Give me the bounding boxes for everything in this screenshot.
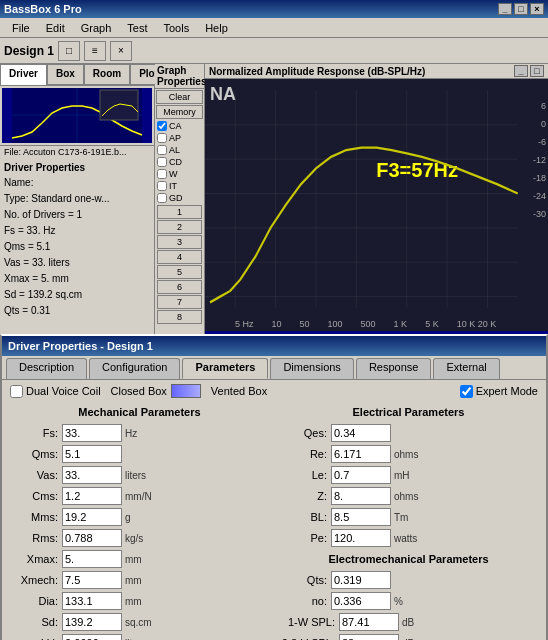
checkbox-gd[interactable] — [157, 193, 167, 203]
param-rms: Rms: kg/s — [10, 529, 269, 547]
param-vas-input[interactable] — [62, 466, 122, 484]
param-re-input[interactable] — [331, 445, 391, 463]
param-re: Re: ohms — [279, 445, 538, 463]
closed-box-color[interactable] — [171, 384, 201, 398]
param-le-input[interactable] — [331, 466, 391, 484]
label-4[interactable]: 4 — [157, 250, 202, 264]
param-1wspl-input[interactable] — [339, 613, 399, 631]
app-title: BassBox 6 Pro — [4, 3, 82, 15]
param-no-input[interactable] — [331, 592, 391, 610]
param-z-unit: ohms — [394, 491, 434, 502]
toolbar-btn-1[interactable]: □ — [58, 41, 80, 61]
toolbar-btn-3[interactable]: × — [110, 41, 132, 61]
check-ca: CA — [155, 120, 204, 132]
param-mms-input[interactable] — [62, 508, 122, 526]
param-rms-input[interactable] — [62, 529, 122, 547]
param-pe-input[interactable] — [331, 529, 391, 547]
param-dia-input[interactable] — [62, 592, 122, 610]
driver-props-title: Driver Properties — [4, 162, 150, 173]
toolbar-btn-2[interactable]: ≡ — [84, 41, 106, 61]
param-cms-unit: mm/N — [125, 491, 165, 502]
param-cms-input[interactable] — [62, 487, 122, 505]
param-bl-input[interactable] — [331, 508, 391, 526]
param-28vspl-input[interactable] — [339, 634, 399, 640]
param-xmax-unit: mm — [125, 554, 165, 565]
param-xmax: Xmax: mm — [10, 550, 269, 568]
maximize-button[interactable]: □ — [514, 3, 528, 15]
tab-external[interactable]: External — [433, 358, 499, 379]
label-8[interactable]: 8 — [157, 310, 202, 324]
tab-parameters[interactable]: Parameters — [182, 358, 268, 379]
checkbox-cd[interactable] — [157, 157, 167, 167]
minimize-button[interactable]: _ — [498, 3, 512, 15]
param-xmech-input[interactable] — [62, 571, 122, 589]
param-fs-input[interactable] — [62, 424, 122, 442]
prop-qms: Qms = 5.1 — [4, 239, 150, 255]
menu-help[interactable]: Help — [197, 20, 236, 36]
param-le: Le: mH — [279, 466, 538, 484]
graph-inner: 6 0 -6 -12 -18 -24 -30 NA F3=57Hz — [205, 79, 548, 331]
param-rms-unit: kg/s — [125, 533, 165, 544]
checkbox-al[interactable] — [157, 145, 167, 155]
label-3[interactable]: 3 — [157, 235, 202, 249]
tab-room[interactable]: Room — [84, 64, 130, 85]
graph-minimize[interactable]: _ — [514, 65, 528, 77]
param-z-input[interactable] — [331, 487, 391, 505]
param-bl-label: BL: — [279, 511, 331, 523]
tab-description[interactable]: Description — [6, 358, 87, 379]
graph-maximize[interactable]: □ — [530, 65, 544, 77]
param-fs: Fs: Hz — [10, 424, 269, 442]
tab-driver[interactable]: Driver — [0, 64, 47, 85]
expert-mode-checkbox[interactable] — [460, 385, 473, 398]
graph-props-title: Graph Properties × — [155, 64, 204, 89]
file-label: File: Accuton C173-6-191E.b... — [0, 145, 154, 158]
menu-test[interactable]: Test — [119, 20, 155, 36]
menu-edit[interactable]: Edit — [38, 20, 73, 36]
checkbox-w[interactable] — [157, 169, 167, 179]
label-1[interactable]: 1 — [157, 205, 202, 219]
check-ap: AP — [155, 132, 204, 144]
memory-button[interactable]: Memory — [156, 105, 203, 119]
param-vas-unit: liters — [125, 470, 165, 481]
tab-configuration[interactable]: Configuration — [89, 358, 180, 379]
param-xmax-label: Xmax: — [10, 553, 62, 565]
prop-vas: Vas = 33. liters — [4, 255, 150, 271]
tab-dimensions[interactable]: Dimensions — [270, 358, 353, 379]
checkbox-it[interactable] — [157, 181, 167, 191]
label-2[interactable]: 2 — [157, 220, 202, 234]
clear-button[interactable]: Clear — [156, 90, 203, 104]
driver-properties-dialog: Driver Properties - Design 1 Description… — [0, 334, 548, 640]
param-vd-input[interactable] — [62, 634, 122, 640]
param-qms-input[interactable] — [62, 445, 122, 463]
param-qes: Qes: — [279, 424, 538, 442]
check-gd: GD — [155, 192, 204, 204]
param-qts-input[interactable] — [331, 571, 391, 589]
window-controls: _ □ × — [498, 3, 544, 15]
param-vd: Vd: liters — [10, 634, 269, 640]
label-7[interactable]: 7 — [157, 295, 202, 309]
driver-properties: Driver Properties Name: Type: Standard o… — [0, 158, 154, 334]
title-bar: BassBox 6 Pro _ □ × — [0, 0, 548, 18]
checkbox-ap[interactable] — [157, 133, 167, 143]
dialog-tabs: Description Configuration Parameters Dim… — [2, 356, 546, 380]
param-1wspl-unit: dB — [402, 617, 442, 628]
param-xmax-input[interactable] — [62, 550, 122, 568]
close-button[interactable]: × — [530, 3, 544, 15]
param-1wspl: 1-W SPL: dB — [279, 613, 538, 631]
controls-row: Dual Voice Coil Closed Box Vented Box Ex… — [2, 380, 546, 402]
graph-area: Normalized Amplitude Response (dB-SPL/Hz… — [205, 64, 548, 334]
checkbox-ca[interactable] — [157, 121, 167, 131]
menu-graph[interactable]: Graph — [73, 20, 120, 36]
dual-voice-coil-checkbox[interactable] — [10, 385, 23, 398]
tab-box[interactable]: Box — [47, 64, 84, 85]
tab-response[interactable]: Response — [356, 358, 432, 379]
label-6[interactable]: 6 — [157, 280, 202, 294]
param-sd-label: Sd: — [10, 616, 62, 628]
menu-file[interactable]: File — [4, 20, 38, 36]
param-sd-input[interactable] — [62, 613, 122, 631]
prop-drivers: No. of Drivers = 1 — [4, 207, 150, 223]
param-qes-input[interactable] — [331, 424, 391, 442]
left-panel: Driver Box Room Plot File: Accuton C173-… — [0, 64, 155, 334]
menu-tools[interactable]: Tools — [155, 20, 197, 36]
label-5[interactable]: 5 — [157, 265, 202, 279]
